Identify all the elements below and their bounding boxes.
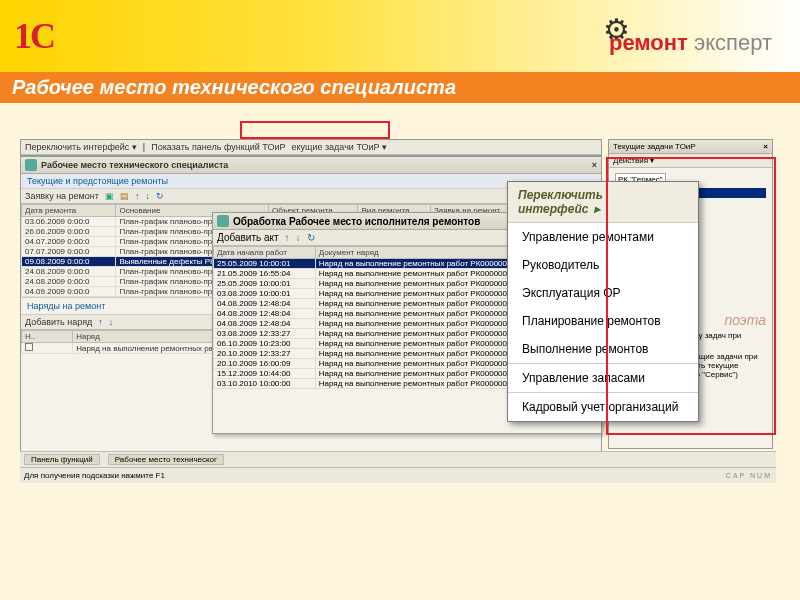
toolbar-down-icon[interactable]: ↓ [296, 232, 301, 243]
sub-title: Обработка Рабочее место исполнителя ремо… [233, 216, 480, 227]
close-icon[interactable]: × [763, 142, 768, 151]
menu-header: Переключить интерфейс▸ [508, 182, 698, 223]
toolbar-refresh-icon[interactable]: ↻ [156, 191, 164, 201]
panel-fn-tab[interactable]: Панель функций [24, 454, 100, 465]
show-panel-btn[interactable]: Показать панель функций ТОиР [151, 142, 285, 152]
toolbar-up-icon[interactable]: ↑ [285, 232, 290, 243]
taskbar: Панель функций Рабочее место техническог [20, 451, 776, 467]
toolbar-edit-icon[interactable]: ▤ [120, 191, 129, 201]
chevron-right-icon: ▸ [594, 202, 600, 216]
switch-interface-btn[interactable]: Переключить интерфейс ▾ [25, 142, 137, 152]
close-icon[interactable]: × [592, 160, 597, 170]
toolbar-up-icon[interactable]: ↑ [135, 191, 140, 201]
menu-item[interactable]: Эксплуатация ОР [508, 279, 698, 307]
toolbar-down-icon[interactable]: ↓ [145, 191, 150, 201]
add-naryad-label[interactable]: Добавить наряд [25, 317, 92, 327]
menu-item[interactable]: Управление запасами [508, 363, 698, 392]
app-toolbar: Переключить интерфейс ▾ | Показать панел… [20, 139, 602, 156]
toolbar-add-icon[interactable]: ▣ [105, 191, 114, 201]
checkbox[interactable] [25, 343, 33, 351]
menu-item[interactable]: Руководитель [508, 251, 698, 279]
app-area: Переключить интерфейс ▾ | Показать панел… [20, 139, 780, 466]
brand-text: ремонт эксперт [609, 30, 772, 56]
statusbar: Для получения подсказки нажмите F1 CAP N… [20, 467, 776, 483]
menu-item[interactable]: Планирование ремонтов [508, 307, 698, 335]
window-icon [217, 215, 229, 227]
header-band: 1С ⚙ ремонт эксперт [0, 0, 800, 72]
switch-interface-menu: Переключить интерфейс▸ Управление ремонт… [507, 181, 699, 422]
right-title: Текущие задачи ТОиР [613, 142, 696, 151]
menu-item[interactable]: Управление ремонтами [508, 223, 698, 251]
menu-item[interactable]: Выполнение ремонтов [508, 335, 698, 363]
page-title: Рабочее место технического специалиста [0, 72, 800, 103]
main-title: Рабочее место технического специалиста [41, 160, 228, 170]
logo-1c: 1С [14, 15, 54, 57]
workspace-tab[interactable]: Рабочее место техническог [108, 454, 224, 465]
actions-menu[interactable]: Действия ▾ [613, 156, 654, 165]
toolbar-down2-icon[interactable]: ↓ [109, 317, 114, 327]
highlight-box-top [240, 121, 390, 139]
window-icon [25, 159, 37, 171]
toolbar-up2-icon[interactable]: ↑ [98, 317, 103, 327]
menu-item[interactable]: Кадровый учет организаций [508, 392, 698, 421]
requests-label: Заявку на ремонт [25, 191, 99, 201]
add-act-btn[interactable]: Добавить акт [217, 232, 279, 243]
cap-num: CAP NUM [726, 472, 772, 479]
help-text: Для получения подсказки нажмите F1 [24, 471, 165, 480]
current-tasks-btn[interactable]: екущие задачи ТОиР ▾ [292, 142, 388, 152]
toolbar-refresh-icon[interactable]: ↻ [307, 232, 315, 243]
